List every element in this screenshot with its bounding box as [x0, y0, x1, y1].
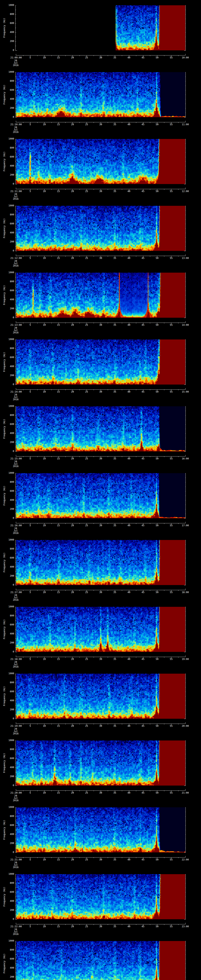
- x-tick-label: 25: [83, 725, 91, 727]
- y-axis-title: Frequency (Hz): [3, 275, 6, 315]
- x-tick-label: 40: [125, 257, 133, 259]
- x-tick-label: 30: [97, 457, 105, 460]
- y-tick-label: 0: [5, 918, 14, 920]
- y-tick-label: 1000: [5, 405, 14, 407]
- y-axis-title: Frequency (Hz): [3, 944, 6, 980]
- x-tick-label: 40: [125, 591, 133, 594]
- x-tick-label: 10: [40, 725, 48, 727]
- x-tick-label: 50: [153, 324, 161, 326]
- y-tick-label: 400: [5, 432, 14, 434]
- y-tick-label: 600: [5, 824, 14, 827]
- x-tick-label: 35: [111, 725, 119, 727]
- y-tick-label: 600: [5, 156, 14, 158]
- x-tick-label: 45: [139, 725, 147, 727]
- x-tick-label: 30: [97, 925, 105, 928]
- y-tick-label: 200: [5, 40, 14, 43]
- x-tick-label: 40: [125, 925, 133, 928]
- x-tick-label: 35: [111, 257, 119, 259]
- start-time-label: 21:15:00: [7, 457, 25, 460]
- spectrogram-panel: Frequency (Hz)02004006008001000510152025…: [0, 535, 201, 601]
- x-tick-label: 55: [167, 324, 175, 326]
- y-axis-title: Frequency (Hz): [3, 743, 6, 783]
- y-tick-label: 0: [5, 651, 14, 653]
- y-tick-label: 800: [5, 13, 14, 16]
- x-tick-label: 45: [139, 658, 147, 660]
- date-label: 2016: [10, 732, 22, 735]
- date-label: 2016: [10, 666, 22, 668]
- spectrogram-panel: Frequency (Hz)02004006008001000510152025…: [0, 200, 201, 267]
- y-tick-label: 800: [5, 547, 14, 550]
- start-time-label: 21:18:00: [7, 658, 25, 660]
- x-tick-label: 5: [26, 391, 34, 393]
- spectrogram-canvas: [16, 5, 185, 50]
- y-tick-label: 600: [5, 289, 14, 292]
- y-tick-label: 200: [5, 307, 14, 310]
- y-tick-label: 800: [5, 347, 14, 350]
- spectrogram-panel: Frequency (Hz)02004006008001000510152025…: [0, 134, 201, 200]
- date-label: 2016: [10, 131, 22, 134]
- x-tick-label: 40: [125, 391, 133, 393]
- y-tick-label: 400: [5, 633, 14, 635]
- spectrogram-panel: Frequency (Hz)02004006008001000510152025…: [0, 936, 201, 980]
- x-tick-label: 5: [26, 591, 34, 594]
- y-tick-label: 1000: [5, 539, 14, 541]
- spectrogram-panel: Frequency (Hz)02004006008001000510152025…: [0, 401, 201, 468]
- y-tick-label: 400: [5, 900, 14, 902]
- x-tick-label: 20: [69, 859, 77, 861]
- y-tick-label: 1000: [5, 338, 14, 340]
- x-tick-label: 40: [125, 56, 133, 59]
- x-tick-label: 10: [40, 56, 48, 59]
- x-tick-label: 10: [40, 257, 48, 259]
- y-tick-label: 600: [5, 223, 14, 225]
- start-time-label: 21:13:00: [7, 324, 25, 326]
- spectrogram-panel: Frequency (Hz)02004006008001000510152025…: [0, 0, 201, 67]
- y-tick-label: 0: [5, 250, 14, 252]
- x-tick-label: 30: [97, 591, 105, 594]
- spectrogram-canvas: [16, 139, 185, 184]
- x-tick-label: 25: [83, 190, 91, 192]
- x-tick-label: 25: [83, 658, 91, 660]
- y-tick-label: 400: [5, 833, 14, 835]
- x-tick-label: 25: [83, 457, 91, 460]
- x-tick-label: 5: [26, 257, 34, 259]
- x-tick-label: 35: [111, 925, 119, 928]
- spectrogram-canvas: [16, 72, 185, 117]
- y-tick-label: 400: [5, 365, 14, 368]
- x-tick-label: 55: [167, 524, 175, 527]
- y-tick-label: 200: [5, 708, 14, 711]
- y-tick-label: 400: [5, 566, 14, 568]
- x-tick-label: 10: [40, 190, 48, 192]
- x-tick-label: 55: [167, 391, 175, 393]
- x-tick-label: 55: [167, 725, 175, 727]
- y-tick-label: 0: [5, 718, 14, 720]
- spectrogram-canvas: [16, 674, 185, 719]
- y-tick-label: 400: [5, 98, 14, 100]
- end-time-label: 19:00: [179, 658, 191, 660]
- y-tick-label: 800: [5, 748, 14, 751]
- x-tick-label: 5: [26, 725, 34, 727]
- end-time-label: 11:00: [179, 123, 191, 126]
- x-tick-label: 20: [69, 56, 77, 59]
- date-label: 2016: [10, 532, 22, 535]
- date-label: 2016: [10, 198, 22, 200]
- spectrogram-panel: Frequency (Hz)02004006008001000510152025…: [0, 334, 201, 401]
- y-tick-label: 800: [5, 949, 14, 951]
- x-tick-label: 45: [139, 56, 147, 59]
- x-tick-label: 35: [111, 391, 119, 393]
- end-time-label: 10:00: [179, 56, 191, 59]
- y-tick-label: 400: [5, 31, 14, 33]
- start-time-label: 21:17:00: [7, 591, 25, 594]
- y-tick-label: 600: [5, 690, 14, 693]
- x-tick-label: 50: [153, 391, 161, 393]
- end-time-label: 15:00: [179, 391, 191, 393]
- y-tick-label: 0: [5, 517, 14, 519]
- spectrogram-canvas: [16, 740, 185, 786]
- y-tick-label: 1000: [5, 806, 14, 808]
- y-tick-label: 800: [5, 614, 14, 617]
- y-tick-label: 1000: [5, 138, 14, 140]
- y-axis-title: Frequency (Hz): [3, 142, 6, 181]
- end-time-label: 13:00: [179, 257, 191, 259]
- x-tick-label: 10: [40, 859, 48, 861]
- x-tick-label: 20: [69, 257, 77, 259]
- end-time-label: 21:00: [179, 792, 191, 794]
